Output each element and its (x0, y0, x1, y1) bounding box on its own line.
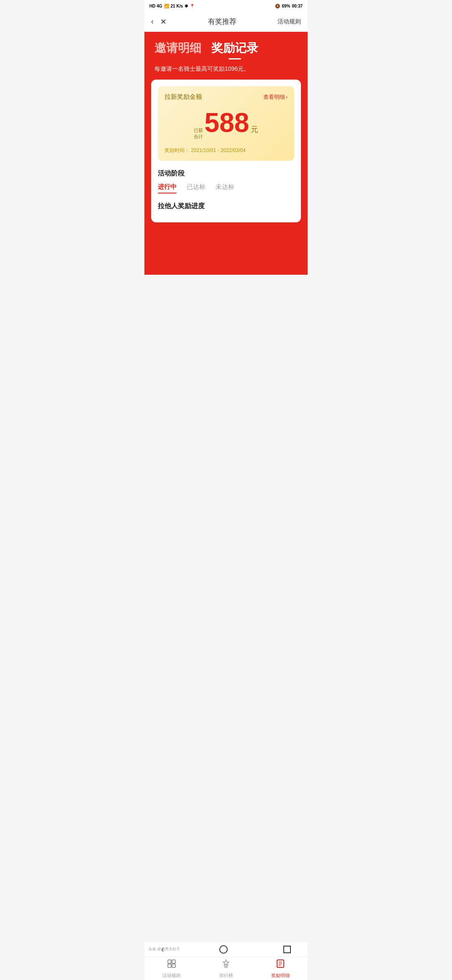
mute-icon: 🔕 (275, 4, 280, 8)
stage-tab-not-completed[interactable]: 未达标 (216, 183, 234, 193)
reward-time: 奖励时间： 2021/10/01 - 2022/03/04 (164, 147, 288, 154)
carrier-label: HD 4G (149, 4, 162, 8)
reward-amount-row: 已获 合计 588 元 (164, 109, 288, 140)
location-icon: 📍 (190, 4, 195, 8)
status-bar: HD 4G 📶 21 K/s ✱ 📍 🔕 69% 00:37 (144, 0, 308, 12)
progress-section-title: 拉他人奖励进度 (151, 193, 301, 214)
reward-number: 588 (205, 109, 249, 136)
nav-left-buttons: ‹ ✕ (151, 17, 167, 26)
tab-reward-record[interactable]: 奖励记录 (211, 40, 258, 59)
activity-rule-button[interactable]: 活动规则 (277, 18, 301, 26)
main-tabs: 邀请明细 奖励记录 (144, 32, 308, 59)
view-detail-button[interactable]: 查看明细 › (263, 93, 288, 101)
time-label: 00:37 (292, 4, 303, 8)
reward-card-header: 拉新奖励金额 查看明细 › (164, 93, 288, 101)
stage-tab-completed[interactable]: 已达标 (187, 183, 205, 193)
chevron-right-icon: › (286, 94, 288, 100)
speed-label: 21 K/s (171, 4, 183, 8)
tab-invite-detail[interactable]: 邀请明细 (154, 40, 201, 59)
close-button[interactable]: ✕ (160, 17, 167, 26)
stage-tabs: 进行中 已达标 未达标 (151, 183, 301, 193)
activity-stage-title: 活动阶段 (151, 161, 301, 183)
signal-icon: 📶 (164, 4, 169, 8)
nav-bar: ‹ ✕ 有奖推荐 活动规则 (144, 12, 308, 32)
page-title: 有奖推荐 (167, 17, 277, 26)
main-card: 拉新奖励金额 查看明细 › 已获 合计 588 元 奖励时间： (151, 80, 301, 222)
red-background: 邀请明细 奖励记录 每邀请一名骑士最高可奖励1096元。 拉新奖励金额 查看明细… (144, 32, 308, 275)
reward-card-title: 拉新奖励金额 (164, 93, 202, 101)
back-button[interactable]: ‹ (151, 17, 154, 26)
battery-label: 69% (282, 4, 290, 8)
bluetooth-icon: ✱ (185, 4, 188, 8)
content-area: 邀请明细 奖励记录 每邀请一名骑士最高可奖励1096元。 拉新奖励金额 查看明细… (144, 32, 308, 317)
reward-amount-card: 拉新奖励金额 查看明细 › 已获 合计 588 元 奖励时间： (158, 86, 294, 161)
stage-tab-ongoing[interactable]: 进行中 (158, 183, 177, 193)
reward-unit: 元 (251, 124, 258, 134)
status-left: HD 4G 📶 21 K/s ✱ 📍 (149, 4, 195, 8)
subtitle-text: 每邀请一名骑士最高可奖励1096元。 (144, 59, 308, 80)
status-right: 🔕 69% 00:37 (275, 4, 303, 8)
reward-label: 已获 合计 (194, 127, 203, 140)
